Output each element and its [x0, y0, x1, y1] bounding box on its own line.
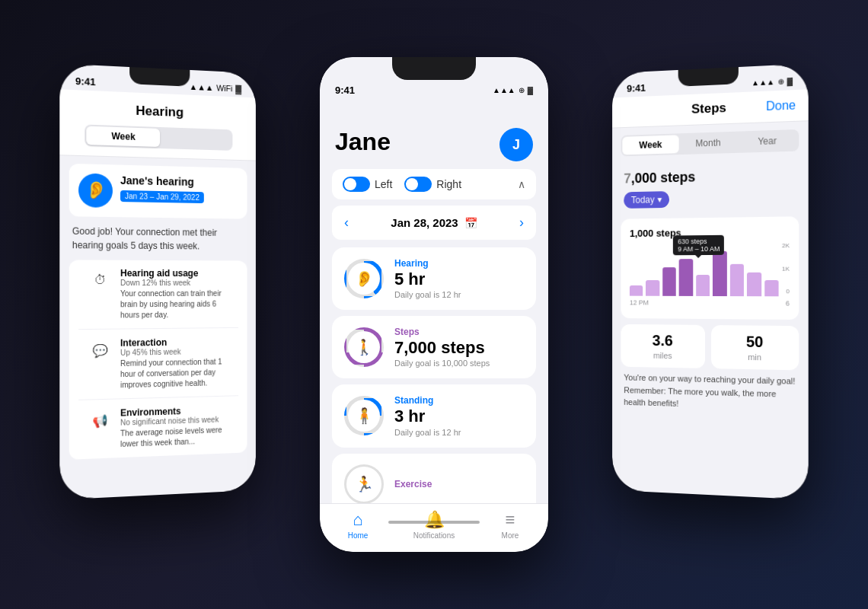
- next-date-button[interactable]: ›: [519, 215, 524, 231]
- nav-more[interactable]: ≡ More: [472, 510, 548, 540]
- left-ear-toggle[interactable]: Left: [343, 177, 392, 192]
- hearing-category-label: Hearing: [394, 258, 461, 269]
- bar-3: [662, 267, 676, 296]
- stat-interaction-desc: Remind your connection that 1 hour of co…: [120, 356, 230, 391]
- year-tab[interactable]: Year: [738, 131, 798, 151]
- min-stat: 50 min: [711, 325, 799, 370]
- stat-hearing-aid: ⏱ Hearing aid usage Down 12% this week Y…: [78, 260, 238, 330]
- more-nav-label: More: [502, 531, 519, 540]
- chevron-down-icon: ▾: [657, 194, 662, 205]
- stat-interaction-change: Up 45% this week: [120, 347, 230, 357]
- hearing-circle-icon: 👂: [78, 173, 113, 208]
- right-ear-label: Right: [436, 178, 461, 190]
- more-icon: ≡: [506, 510, 515, 530]
- bottom-nav: ⌂ Home 🔔 Notifications ≡ More: [320, 503, 548, 552]
- chart-y-axis: 2K 1K 0: [782, 242, 790, 296]
- tooltip-steps: 630 steps: [678, 238, 720, 245]
- miles-value: 3.6: [630, 332, 696, 350]
- min-value: 50: [720, 333, 790, 352]
- nav-home[interactable]: ⌂ Home: [320, 510, 396, 540]
- hearing-card-content: Jane's hearing Jan 23 – Jan 29, 2022: [120, 174, 204, 203]
- today-badge[interactable]: Today ▾: [624, 191, 669, 209]
- chart-x-labels: 12 PM 6: [630, 296, 790, 311]
- standing-metric-info: Standing 3 hr Daily goal is 12 hr: [394, 395, 461, 436]
- week-tabs[interactable]: Week: [85, 124, 232, 150]
- done-button[interactable]: Done: [766, 98, 796, 113]
- today-label: Today: [631, 194, 655, 205]
- steps-metric-info: Steps 7,000 steps Daily goal is 10,000 s…: [394, 327, 490, 368]
- right-wifi-icon: ⊕: [777, 77, 783, 86]
- min-unit: min: [720, 352, 790, 362]
- month-tab[interactable]: Month: [679, 133, 738, 153]
- stats-row: 3.6 miles 50 min: [621, 324, 799, 371]
- stat-hearing-content: Hearing aid usage Down 12% this week You…: [120, 268, 230, 321]
- user-avatar[interactable]: J: [499, 128, 533, 161]
- exercise-inner-icon: 🏃: [348, 468, 380, 500]
- exercise-label: Exercise: [394, 479, 432, 489]
- bar-8: [747, 272, 761, 296]
- ear-toggles: Left Right ∧: [332, 169, 536, 199]
- right-status-icons: ▲▲▲ ⊕ ▓: [752, 77, 793, 88]
- period-tabs[interactable]: Week Month Year: [621, 129, 799, 156]
- chart-card: 1,000 steps 630 steps 9 AM – 10 AM: [621, 216, 799, 320]
- center-signal-icon: ▲▲▲: [493, 86, 515, 94]
- stat-interaction: 💬 Interaction Up 45% this week Remind yo…: [78, 329, 238, 400]
- right-phone: 9:41 ▲▲▲ ⊕ ▓ Steps Done Week Month Year: [612, 64, 809, 500]
- nav-notifications[interactable]: 🔔 Notifications: [396, 510, 472, 540]
- chat-icon: 💬: [88, 338, 113, 363]
- standing-metric-card[interactable]: 🧍 Standing 3 hr Daily goal is 12 hr: [332, 384, 536, 447]
- home-icon: ⌂: [353, 510, 362, 530]
- right-signal-icon: ▲▲▲: [752, 78, 774, 88]
- week-tab[interactable]: Week: [622, 135, 679, 155]
- miles-unit: miles: [630, 350, 696, 360]
- steps-category-label: Steps: [394, 327, 490, 337]
- calendar-icon[interactable]: 📅: [464, 217, 477, 229]
- right-screen: 9:41 ▲▲▲ ⊕ ▓ Steps Done Week Month Year: [612, 64, 809, 500]
- week-tab-week[interactable]: Week: [86, 126, 160, 147]
- wifi-icon: WiFi: [216, 83, 232, 93]
- left-ear-label: Left: [375, 178, 392, 190]
- ear-icon: 👂: [85, 180, 107, 201]
- bar-chart: 630 steps 9 AM – 10 AM: [630, 242, 779, 296]
- standing-category-label: Standing: [394, 395, 461, 406]
- user-name: Jane: [335, 128, 391, 156]
- bar-1: [630, 285, 643, 296]
- left-status-icons: ▲▲▲ WiFi ▓: [190, 81, 241, 93]
- ear-toggle-group: Left Right: [343, 177, 461, 192]
- hearing-card-title: Jane's hearing: [120, 174, 204, 189]
- hearing-metric-info: Hearing 5 hr Daily goal is 12 hr: [394, 258, 461, 299]
- left-header: Hearing Week: [59, 89, 256, 161]
- stat-hearing-desc: Your connection can train their brain by…: [120, 289, 230, 321]
- left-phone: 9:41 ▲▲▲ WiFi ▓ Hearing Week 👂: [59, 64, 256, 500]
- prev-date-button[interactable]: ‹: [344, 215, 349, 231]
- standing-metric-goal: Daily goal is 12 hr: [394, 428, 461, 437]
- right-battery-icon: ▓: [787, 77, 793, 86]
- left-toggle-switch[interactable]: [343, 177, 370, 192]
- hearing-metric-card[interactable]: 👂 Hearing 5 hr Daily goal is 12 hr: [332, 247, 536, 310]
- center-phone: 9:41 ▲▲▲ ⊕ ▓ Jane J Left: [320, 57, 548, 552]
- right-header-title: Steps: [691, 100, 726, 117]
- steps-inner-icon: 🚶: [348, 331, 380, 363]
- hearing-metric-goal: Daily goal is 12 hr: [394, 290, 461, 299]
- steps-metric-value: 7,000 steps: [394, 339, 490, 357]
- center-header: Jane J: [320, 99, 548, 169]
- phones-container: 9:41 ▲▲▲ WiFi ▓ Hearing Week 👂: [15, 8, 853, 601]
- center-screen: 9:41 ▲▲▲ ⊕ ▓ Jane J Left: [320, 57, 548, 552]
- bar-7: [730, 264, 745, 296]
- hearing-card[interactable]: 👂 Jane's hearing Jan 23 – Jan 29, 2022: [69, 164, 247, 219]
- steps-metric-card[interactable]: 🚶 Steps 7,000 steps Daily goal is 10,000…: [332, 316, 536, 378]
- stat-hearing-change: Down 12% this week: [120, 279, 230, 287]
- steps-summary: 7,000 steps Today ▾: [612, 158, 809, 213]
- steps-unit: ,000 steps: [631, 169, 695, 186]
- standing-metric-value: 3 hr: [394, 407, 461, 426]
- right-toggle-switch[interactable]: [404, 177, 432, 192]
- right-ear-toggle[interactable]: Right: [404, 177, 461, 192]
- left-screen: 9:41 ▲▲▲ WiFi ▓ Hearing Week 👂: [59, 64, 256, 500]
- x-label-12pm: 12 PM: [630, 299, 649, 307]
- hearing-metric-value: 5 hr: [394, 270, 461, 289]
- right-status-time: 9:41: [627, 82, 646, 94]
- collapse-icon[interactable]: ∧: [518, 178, 525, 190]
- right-notch: [678, 67, 739, 87]
- left-status-time: 9:41: [75, 75, 96, 88]
- x-label-6: 6: [786, 299, 790, 307]
